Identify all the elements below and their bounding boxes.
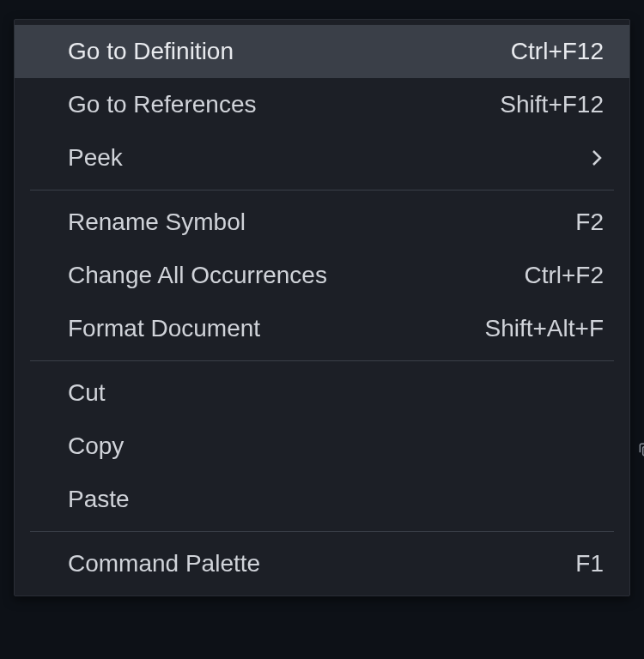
- menu-item-label: Peek: [68, 144, 586, 172]
- copy-icon: [627, 432, 644, 467]
- menu-separator: [30, 360, 614, 361]
- context-menu: Go to Definition Ctrl+F12 Go to Referenc…: [14, 19, 630, 596]
- menu-item-change-all-occurrences[interactable]: Change All Occurrences Ctrl+F2: [15, 249, 629, 302]
- menu-item-shortcut: Shift+F12: [500, 91, 604, 118]
- menu-item-format-document[interactable]: Format Document Shift+Alt+F: [15, 302, 629, 355]
- menu-item-label: Go to Definition: [68, 38, 511, 65]
- chevron-right-icon: [586, 148, 607, 168]
- menu-item-shortcut: F2: [575, 209, 604, 236]
- menu-item-copy[interactable]: Copy: [15, 420, 629, 473]
- menu-item-label: Copy: [68, 432, 604, 460]
- menu-item-shortcut: Ctrl+F2: [524, 262, 604, 289]
- menu-item-go-to-references[interactable]: Go to References Shift+F12: [15, 78, 629, 131]
- menu-item-paste[interactable]: Paste: [15, 473, 629, 526]
- menu-item-rename-symbol[interactable]: Rename Symbol F2: [15, 196, 629, 249]
- menu-item-label: Command Palette: [68, 550, 575, 577]
- menu-item-go-to-definition[interactable]: Go to Definition Ctrl+F12: [15, 25, 629, 78]
- menu-item-label: Go to References: [68, 91, 500, 118]
- menu-item-label: Paste: [68, 486, 604, 513]
- menu-item-label: Rename Symbol: [68, 209, 575, 236]
- menu-item-peek[interactable]: Peek: [15, 131, 629, 184]
- menu-item-shortcut: F1: [575, 550, 604, 577]
- menu-item-command-palette[interactable]: Command Palette F1: [15, 537, 629, 590]
- menu-separator: [30, 531, 614, 532]
- menu-item-cut[interactable]: Cut: [15, 366, 629, 420]
- menu-item-label: Change All Occurrences: [68, 262, 524, 289]
- menu-separator: [30, 190, 614, 190]
- menu-item-shortcut: Ctrl+F12: [511, 38, 604, 65]
- menu-item-label: Cut: [68, 379, 604, 407]
- menu-item-shortcut: Shift+Alt+F: [484, 315, 604, 342]
- menu-item-label: Format Document: [68, 315, 484, 342]
